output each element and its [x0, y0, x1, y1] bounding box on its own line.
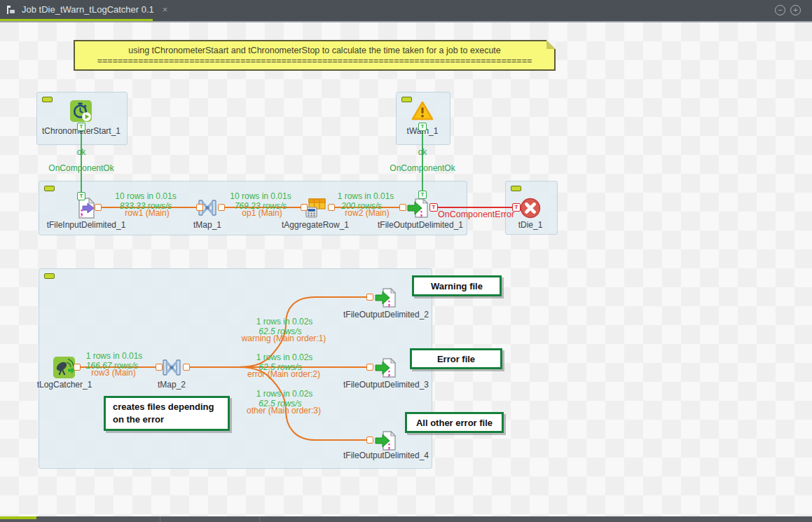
tmap-icon [160, 356, 184, 380]
close-icon[interactable]: × [163, 4, 168, 15]
callout-creates-files[interactable]: creates files depending on the error [104, 396, 230, 431]
logcatcher-icon [53, 356, 76, 380]
row-name[interactable]: error (Main order:2) [247, 369, 320, 379]
component-tWarn[interactable] [411, 99, 434, 123]
link-label-oncomponentok[interactable]: OnComponentOk [48, 163, 113, 173]
component-label: tFileInputDelimited_1 [47, 220, 126, 230]
bottom-tab-separator [160, 516, 160, 522]
tab-job[interactable]: Job tDie_tWarn_tLogCatcher 0.1 × [0, 0, 174, 19]
component-tFileOutputDelimited-1[interactable]: ; [406, 196, 430, 220]
callout-error-file[interactable]: Error file [410, 348, 502, 369]
row-name[interactable]: row2 (Main) [345, 208, 389, 218]
collapse-dash-icon[interactable] [42, 97, 53, 102]
row-stat: 1 rows in 0.02s [256, 352, 313, 362]
row-stat: 1 rows in 0.01s [338, 191, 394, 201]
bottom-active-tab-underline [0, 516, 36, 519]
callout-warning-file[interactable]: Warning file [412, 275, 502, 296]
design-canvas[interactable]: using tChronometerStaart and tChronomete… [0, 22, 812, 516]
main-connector-badge[interactable] [95, 204, 102, 211]
error-trigger-badge[interactable]: T [429, 203, 438, 212]
component-tLogCatcher[interactable] [53, 356, 76, 380]
row-stat: 10 rows in 0.01s [230, 191, 291, 201]
component-tDie[interactable] [518, 196, 542, 220]
job-note[interactable]: using tChronometerStaart and tChronomete… [74, 40, 556, 71]
file-output-delimited-icon: ; [406, 196, 430, 220]
note-line1: using tChronometerStaart and tChronomete… [75, 46, 554, 56]
die-error-icon [518, 196, 542, 220]
main-connector-badge[interactable] [366, 437, 373, 444]
chronometer-start-icon [69, 99, 93, 123]
link-label-oncomponenterror[interactable]: OnComponentError [438, 210, 514, 219]
component-tFileOutputDelimited-4[interactable]: ; [374, 429, 398, 453]
editor-tab-bar: Job tDie_tWarn_tLogCatcher 0.1 × − + [0, 0, 812, 21]
trigger-connector-badge[interactable]: T [77, 192, 85, 200]
link-status: ok [418, 147, 427, 157]
trigger-connector-badge[interactable]: T [77, 123, 85, 131]
main-connector-badge[interactable] [366, 294, 373, 301]
tab-title: Job tDie_tWarn_tLogCatcher 0.1 [22, 4, 154, 15]
minimize-view-icon[interactable]: − [775, 5, 785, 15]
row-name[interactable]: other (Main order:3) [247, 406, 321, 415]
note-line2: ========================================… [75, 56, 554, 67]
component-label: tFileOutputDelimited_4 [343, 451, 429, 460]
component-label: tFileOutputDelimited_1 [378, 220, 463, 230]
talend-designer-window: Job tDie_tWarn_tLogCatcher 0.1 × − + usi… [0, 0, 812, 522]
collapse-dash-icon[interactable] [511, 186, 521, 191]
main-connector-badge[interactable] [328, 204, 335, 211]
link-status: ok [77, 147, 86, 157]
trigger-connector-badge[interactable]: T [418, 191, 427, 199]
row-name[interactable]: warning (Main order:1) [242, 334, 326, 343]
component-tChronometerStart[interactable] [69, 99, 93, 123]
file-output-delimited-icon: ; [374, 356, 398, 380]
component-tFileOutputDelimited-3[interactable]: ; [374, 356, 398, 380]
component-label: tAggregateRow_1 [282, 220, 349, 230]
collapse-dash-icon[interactable] [44, 186, 55, 191]
main-connector-badge[interactable] [301, 204, 308, 211]
row-stat: 1 rows in 0.02s [256, 317, 313, 327]
component-label: tLogCatcher_1 [37, 380, 92, 390]
trigger-connector-badge[interactable]: T [418, 123, 427, 131]
main-connector-badge[interactable] [156, 364, 163, 371]
note-fold-corner [546, 40, 556, 49]
row-name[interactable]: row1 (Main) [125, 208, 169, 218]
main-connector-badge[interactable] [218, 204, 225, 211]
row-stat: 1 rows in 0.01s [86, 351, 143, 361]
job-icon [6, 4, 17, 15]
main-connector-badge[interactable] [183, 364, 190, 371]
file-output-delimited-icon: ; [374, 286, 398, 310]
component-label: tFileOutputDelimited_3 [343, 380, 429, 390]
row-name[interactable]: row3 (Main) [91, 368, 135, 378]
row-stat: 10 rows in 0.01s [115, 191, 176, 201]
link-label-oncomponentok[interactable]: OnComponentOk [390, 163, 455, 173]
component-label: tDie_1 [518, 220, 543, 230]
main-connector-badge[interactable] [366, 364, 373, 371]
warning-triangle-icon [411, 99, 434, 123]
main-connector-badge[interactable] [74, 364, 81, 371]
bottom-tab-strip[interactable] [0, 516, 812, 522]
row-name[interactable]: op1 (Main) [242, 208, 282, 218]
file-output-delimited-icon: ; [374, 429, 398, 453]
component-label: tMap_1 [193, 220, 221, 230]
main-connector-badge[interactable] [196, 204, 203, 211]
component-tMap-2[interactable] [160, 356, 184, 380]
main-connector-badge[interactable] [399, 204, 406, 211]
maximize-view-icon[interactable]: + [790, 5, 801, 15]
component-tFileOutputDelimited-2[interactable]: ; [374, 286, 398, 310]
row-stat: 1 rows in 0.02s [256, 389, 313, 399]
bottom-tab-separator [259, 516, 260, 522]
collapse-dash-icon[interactable] [44, 273, 55, 279]
callout-all-other-error-file[interactable]: All other error file [405, 412, 504, 433]
component-label: tFileOutputDelimited_2 [343, 310, 429, 320]
component-label: tMap_2 [158, 380, 186, 390]
